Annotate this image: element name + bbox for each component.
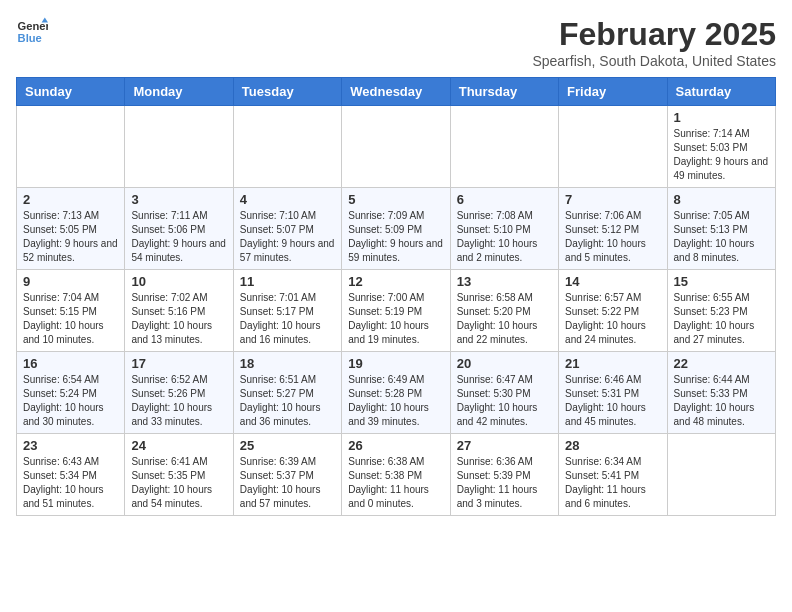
calendar-cell xyxy=(233,106,341,188)
calendar-cell: 28Sunrise: 6:34 AM Sunset: 5:41 PM Dayli… xyxy=(559,434,667,516)
calendar-cell: 11Sunrise: 7:01 AM Sunset: 5:17 PM Dayli… xyxy=(233,270,341,352)
calendar-cell: 13Sunrise: 6:58 AM Sunset: 5:20 PM Dayli… xyxy=(450,270,558,352)
calendar-cell: 25Sunrise: 6:39 AM Sunset: 5:37 PM Dayli… xyxy=(233,434,341,516)
day-number: 15 xyxy=(674,274,769,289)
calendar-cell: 2Sunrise: 7:13 AM Sunset: 5:05 PM Daylig… xyxy=(17,188,125,270)
day-info: Sunrise: 6:36 AM Sunset: 5:39 PM Dayligh… xyxy=(457,455,552,511)
calendar-cell: 22Sunrise: 6:44 AM Sunset: 5:33 PM Dayli… xyxy=(667,352,775,434)
location-subtitle: Spearfish, South Dakota, United States xyxy=(532,53,776,69)
svg-text:Blue: Blue xyxy=(18,32,42,44)
calendar-cell xyxy=(559,106,667,188)
calendar-cell: 10Sunrise: 7:02 AM Sunset: 5:16 PM Dayli… xyxy=(125,270,233,352)
calendar-cell: 16Sunrise: 6:54 AM Sunset: 5:24 PM Dayli… xyxy=(17,352,125,434)
calendar-header-saturday: Saturday xyxy=(667,78,775,106)
day-number: 28 xyxy=(565,438,660,453)
day-info: Sunrise: 6:54 AM Sunset: 5:24 PM Dayligh… xyxy=(23,373,118,429)
day-info: Sunrise: 6:51 AM Sunset: 5:27 PM Dayligh… xyxy=(240,373,335,429)
day-info: Sunrise: 6:41 AM Sunset: 5:35 PM Dayligh… xyxy=(131,455,226,511)
day-number: 9 xyxy=(23,274,118,289)
calendar-cell: 1Sunrise: 7:14 AM Sunset: 5:03 PM Daylig… xyxy=(667,106,775,188)
month-year-title: February 2025 xyxy=(532,16,776,53)
day-info: Sunrise: 7:04 AM Sunset: 5:15 PM Dayligh… xyxy=(23,291,118,347)
day-info: Sunrise: 7:02 AM Sunset: 5:16 PM Dayligh… xyxy=(131,291,226,347)
day-info: Sunrise: 6:57 AM Sunset: 5:22 PM Dayligh… xyxy=(565,291,660,347)
day-number: 7 xyxy=(565,192,660,207)
day-number: 4 xyxy=(240,192,335,207)
day-number: 10 xyxy=(131,274,226,289)
calendar-header-row: SundayMondayTuesdayWednesdayThursdayFrid… xyxy=(17,78,776,106)
calendar-week-row: 2Sunrise: 7:13 AM Sunset: 5:05 PM Daylig… xyxy=(17,188,776,270)
day-number: 2 xyxy=(23,192,118,207)
day-number: 14 xyxy=(565,274,660,289)
day-info: Sunrise: 7:06 AM Sunset: 5:12 PM Dayligh… xyxy=(565,209,660,265)
calendar-table: SundayMondayTuesdayWednesdayThursdayFrid… xyxy=(16,77,776,516)
day-number: 1 xyxy=(674,110,769,125)
day-number: 3 xyxy=(131,192,226,207)
calendar-cell xyxy=(342,106,450,188)
calendar-cell: 27Sunrise: 6:36 AM Sunset: 5:39 PM Dayli… xyxy=(450,434,558,516)
day-info: Sunrise: 6:49 AM Sunset: 5:28 PM Dayligh… xyxy=(348,373,443,429)
day-number: 17 xyxy=(131,356,226,371)
day-number: 11 xyxy=(240,274,335,289)
title-section: February 2025 Spearfish, South Dakota, U… xyxy=(532,16,776,69)
calendar-cell: 12Sunrise: 7:00 AM Sunset: 5:19 PM Dayli… xyxy=(342,270,450,352)
calendar-header-friday: Friday xyxy=(559,78,667,106)
logo: General Blue xyxy=(16,16,48,48)
day-number: 12 xyxy=(348,274,443,289)
day-number: 19 xyxy=(348,356,443,371)
day-info: Sunrise: 7:01 AM Sunset: 5:17 PM Dayligh… xyxy=(240,291,335,347)
day-info: Sunrise: 7:13 AM Sunset: 5:05 PM Dayligh… xyxy=(23,209,118,265)
day-number: 8 xyxy=(674,192,769,207)
calendar-cell: 18Sunrise: 6:51 AM Sunset: 5:27 PM Dayli… xyxy=(233,352,341,434)
calendar-cell: 7Sunrise: 7:06 AM Sunset: 5:12 PM Daylig… xyxy=(559,188,667,270)
calendar-cell: 5Sunrise: 7:09 AM Sunset: 5:09 PM Daylig… xyxy=(342,188,450,270)
day-info: Sunrise: 6:47 AM Sunset: 5:30 PM Dayligh… xyxy=(457,373,552,429)
day-info: Sunrise: 6:55 AM Sunset: 5:23 PM Dayligh… xyxy=(674,291,769,347)
calendar-week-row: 23Sunrise: 6:43 AM Sunset: 5:34 PM Dayli… xyxy=(17,434,776,516)
day-info: Sunrise: 6:39 AM Sunset: 5:37 PM Dayligh… xyxy=(240,455,335,511)
day-info: Sunrise: 7:00 AM Sunset: 5:19 PM Dayligh… xyxy=(348,291,443,347)
calendar-cell: 23Sunrise: 6:43 AM Sunset: 5:34 PM Dayli… xyxy=(17,434,125,516)
calendar-cell: 19Sunrise: 6:49 AM Sunset: 5:28 PM Dayli… xyxy=(342,352,450,434)
calendar-cell: 15Sunrise: 6:55 AM Sunset: 5:23 PM Dayli… xyxy=(667,270,775,352)
day-info: Sunrise: 7:08 AM Sunset: 5:10 PM Dayligh… xyxy=(457,209,552,265)
calendar-cell: 4Sunrise: 7:10 AM Sunset: 5:07 PM Daylig… xyxy=(233,188,341,270)
day-number: 21 xyxy=(565,356,660,371)
day-info: Sunrise: 7:09 AM Sunset: 5:09 PM Dayligh… xyxy=(348,209,443,265)
calendar-cell xyxy=(450,106,558,188)
day-info: Sunrise: 7:14 AM Sunset: 5:03 PM Dayligh… xyxy=(674,127,769,183)
calendar-cell: 26Sunrise: 6:38 AM Sunset: 5:38 PM Dayli… xyxy=(342,434,450,516)
day-number: 20 xyxy=(457,356,552,371)
calendar-week-row: 16Sunrise: 6:54 AM Sunset: 5:24 PM Dayli… xyxy=(17,352,776,434)
day-info: Sunrise: 7:05 AM Sunset: 5:13 PM Dayligh… xyxy=(674,209,769,265)
day-info: Sunrise: 6:44 AM Sunset: 5:33 PM Dayligh… xyxy=(674,373,769,429)
page-header: General Blue February 2025 Spearfish, So… xyxy=(16,16,776,69)
calendar-week-row: 9Sunrise: 7:04 AM Sunset: 5:15 PM Daylig… xyxy=(17,270,776,352)
day-number: 24 xyxy=(131,438,226,453)
calendar-cell: 17Sunrise: 6:52 AM Sunset: 5:26 PM Dayli… xyxy=(125,352,233,434)
calendar-header-monday: Monday xyxy=(125,78,233,106)
calendar-cell: 3Sunrise: 7:11 AM Sunset: 5:06 PM Daylig… xyxy=(125,188,233,270)
day-number: 5 xyxy=(348,192,443,207)
day-number: 22 xyxy=(674,356,769,371)
day-number: 25 xyxy=(240,438,335,453)
calendar-header-thursday: Thursday xyxy=(450,78,558,106)
day-number: 13 xyxy=(457,274,552,289)
day-info: Sunrise: 6:46 AM Sunset: 5:31 PM Dayligh… xyxy=(565,373,660,429)
calendar-cell: 20Sunrise: 6:47 AM Sunset: 5:30 PM Dayli… xyxy=(450,352,558,434)
calendar-header-tuesday: Tuesday xyxy=(233,78,341,106)
day-number: 16 xyxy=(23,356,118,371)
day-info: Sunrise: 6:43 AM Sunset: 5:34 PM Dayligh… xyxy=(23,455,118,511)
day-number: 23 xyxy=(23,438,118,453)
calendar-cell: 21Sunrise: 6:46 AM Sunset: 5:31 PM Dayli… xyxy=(559,352,667,434)
calendar-header-sunday: Sunday xyxy=(17,78,125,106)
day-info: Sunrise: 7:10 AM Sunset: 5:07 PM Dayligh… xyxy=(240,209,335,265)
calendar-cell xyxy=(125,106,233,188)
calendar-week-row: 1Sunrise: 7:14 AM Sunset: 5:03 PM Daylig… xyxy=(17,106,776,188)
day-info: Sunrise: 7:11 AM Sunset: 5:06 PM Dayligh… xyxy=(131,209,226,265)
day-info: Sunrise: 6:52 AM Sunset: 5:26 PM Dayligh… xyxy=(131,373,226,429)
calendar-header-wednesday: Wednesday xyxy=(342,78,450,106)
day-number: 26 xyxy=(348,438,443,453)
day-number: 6 xyxy=(457,192,552,207)
calendar-cell: 6Sunrise: 7:08 AM Sunset: 5:10 PM Daylig… xyxy=(450,188,558,270)
